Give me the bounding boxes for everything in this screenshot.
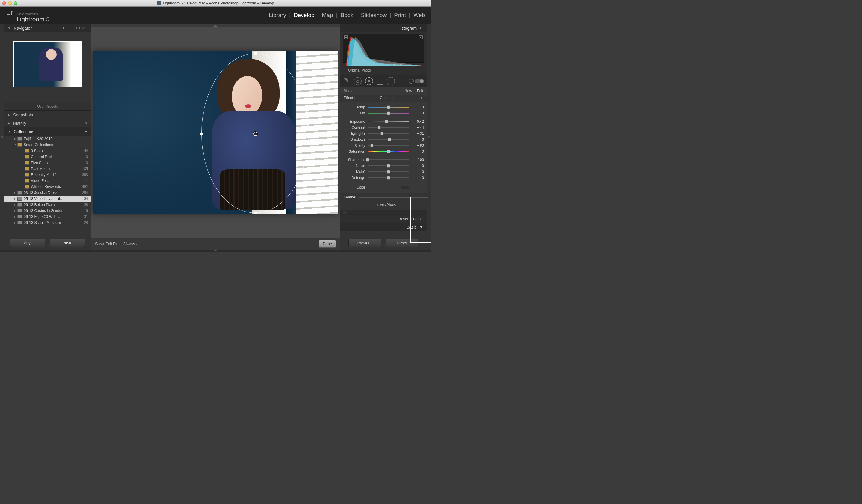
collection-item[interactable]: ▼Smart Collections <box>4 142 91 148</box>
smart-collection-icon <box>17 143 22 147</box>
collection-item[interactable]: ▶Fujifilm X20 2013 <box>4 136 91 142</box>
remove-collection-icon[interactable]: – <box>80 129 83 134</box>
collection-icon <box>17 191 22 195</box>
collection-icon <box>17 215 22 218</box>
mask-handle-top[interactable] <box>254 52 257 55</box>
tint-slider[interactable]: Tint0 <box>343 110 424 116</box>
collection-item[interactable]: ▸Recently Modified393 <box>4 172 91 178</box>
zoom-1:1[interactable]: 1:1 <box>75 26 80 30</box>
moire-slider[interactable]: Moiré0 <box>343 169 424 175</box>
clear-history-icon[interactable]: × <box>85 121 88 125</box>
collection-icon <box>17 197 22 200</box>
collections-list: ▶Fujifilm X20 2013▼Smart Collections▸3 S… <box>4 136 91 236</box>
collection-item[interactable]: ▸Five Stars0 <box>4 160 91 166</box>
mask-edit[interactable]: Edit <box>417 89 423 93</box>
mask-handle-right[interactable] <box>308 133 310 135</box>
zoom-fill[interactable]: FILL <box>66 26 74 30</box>
center-area: Show Edit Pins : Always Done <box>91 24 340 250</box>
bottom-filmstrip-toggle[interactable] <box>0 250 431 252</box>
collection-item[interactable]: ▸06-13 Cactus in Garden6 <box>4 208 91 214</box>
add-snapshot-icon[interactable]: + <box>85 112 88 117</box>
module-book[interactable]: Book <box>340 12 353 18</box>
smart-collection-icon <box>25 161 29 164</box>
contrast-slider[interactable]: Contrast– 44 <box>343 124 424 131</box>
graduated-filter-tool[interactable] <box>377 78 383 85</box>
sharpness-slider[interactable]: Sharpness– 100 <box>343 157 424 163</box>
zoom-fit[interactable]: FIT <box>59 26 65 30</box>
crop-tool[interactable] <box>343 77 350 85</box>
histogram-header[interactable]: Histogram▼ <box>340 24 427 32</box>
done-button[interactable]: Done <box>319 240 336 248</box>
window-title: Lightroom 5 Catalog.lrcat – Adobe Photos… <box>0 1 431 5</box>
mask-handle-bottom[interactable] <box>254 212 257 214</box>
collection-item[interactable]: ▸05-13 Victoria Natural…34 <box>4 196 91 202</box>
brush-tool[interactable] <box>409 79 424 83</box>
feather-slider[interactable]: Feather 74 <box>340 193 427 201</box>
exposure-slider[interactable]: Exposure– 0.42 <box>343 119 424 124</box>
collection-item[interactable]: ▸3 Stars44 <box>4 148 91 154</box>
mask-label: Mask : <box>343 89 355 93</box>
top-filmstrip-toggle[interactable] <box>91 24 340 27</box>
clarity-slider[interactable]: Clarity– 80 <box>343 143 424 148</box>
mask-pin[interactable] <box>253 132 257 136</box>
collection-item[interactable]: ▸Video Files1 <box>4 178 91 184</box>
copy-button[interactable]: Copy… <box>10 239 45 247</box>
navigator-zoom-picker[interactable]: FITFILL1:13:1 <box>59 26 88 30</box>
image-canvas[interactable] <box>91 27 340 238</box>
module-library[interactable]: Library <box>269 12 286 18</box>
collection-icon <box>17 203 22 207</box>
temp-slider[interactable]: Temp0 <box>343 104 424 110</box>
collection-item[interactable]: ▸Colored Red0 <box>4 154 91 160</box>
show-edit-pins[interactable]: Show Edit Pins : Always <box>95 242 138 246</box>
mask-new[interactable]: New <box>404 89 412 93</box>
shadows-slider[interactable]: Shadows6 <box>343 136 424 143</box>
histogram-display[interactable]: ▲ ▲ <box>343 34 424 63</box>
module-print[interactable]: Print <box>394 12 406 18</box>
original-photo-checkbox[interactable]: Original Photo <box>343 68 424 74</box>
smart-collection-icon <box>25 173 29 176</box>
saturation-slider[interactable]: Saturation0 <box>343 148 424 155</box>
identity-plate: Lr Adobe Photoshop Lightroom 5 <box>6 8 50 23</box>
collection-item[interactable]: ▸06-13 Fuji X20 With…31 <box>4 214 91 220</box>
history-header[interactable]: ▶History × <box>4 119 91 128</box>
radial-filter-tool[interactable] <box>387 77 395 85</box>
highlights-slider[interactable]: Highlights– 31 <box>343 131 424 136</box>
collections-header[interactable]: ▼Collections –+ <box>4 128 91 136</box>
collection-item[interactable]: ▸06-13 Bokeh Plants38 <box>4 202 91 208</box>
spot-removal-tool[interactable]: ◯ <box>354 77 362 85</box>
right-panel: Histogram▼ ▲ ▲ R 10.3 G 11.9 <box>340 24 427 250</box>
tool-switch[interactable] <box>415 79 424 83</box>
zoom-3:1[interactable]: 3:1 <box>82 26 88 30</box>
main-body: ▼Navigator FITFILL1:13:1 User Presets ▶S… <box>0 24 431 250</box>
tool-reset[interactable]: Reset <box>399 217 408 221</box>
mask-handle-left[interactable] <box>200 133 203 135</box>
previous-button[interactable]: Previous <box>348 239 381 247</box>
left-bottom-bar: Copy… Paste <box>4 236 91 250</box>
noise-slider[interactable]: Noise0 <box>343 163 424 169</box>
soft-proof-icon[interactable] <box>343 211 347 214</box>
color-swatch[interactable] <box>401 186 409 189</box>
header-bar: Lr Adobe Photoshop Lightroom 5 Library|D… <box>0 6 431 24</box>
titlebar: Lightroom 5 Catalog.lrcat – Adobe Photos… <box>0 0 431 6</box>
module-map[interactable]: Map <box>322 12 333 18</box>
product-line: Adobe Photoshop <box>16 13 50 16</box>
user-presets-row[interactable]: User Presets <box>4 102 91 111</box>
collection-item[interactable]: ▸Without Keywords482 <box>4 184 91 190</box>
navigator-preview[interactable] <box>4 32 91 102</box>
module-web[interactable]: Web <box>413 12 425 18</box>
left-panel-toggle[interactable] <box>0 24 4 250</box>
snapshots-header[interactable]: ▶Snapshots + <box>4 111 91 119</box>
collection-item[interactable]: ▸03-13 Jessica Dress254 <box>4 190 91 196</box>
collection-item[interactable]: ▸Past Month105 <box>4 166 91 172</box>
add-collection-icon[interactable]: + <box>85 129 88 134</box>
redeye-tool[interactable] <box>365 77 373 85</box>
module-slideshow[interactable]: Slideshow <box>361 12 387 18</box>
smart-collection-icon <box>25 167 29 171</box>
effect-picker[interactable]: Effect : Custom ▼ <box>340 95 427 102</box>
defringe-slider[interactable]: Defringe0 <box>343 175 424 181</box>
collection-item[interactable]: ▸06-13 Schulz Museum28 <box>4 220 91 226</box>
left-panel: ▼Navigator FITFILL1:13:1 User Presets ▶S… <box>4 24 91 250</box>
paste-button[interactable]: Paste <box>50 239 85 247</box>
navigator-header[interactable]: ▼Navigator FITFILL1:13:1 <box>4 24 91 32</box>
module-develop[interactable]: Develop <box>293 12 315 18</box>
